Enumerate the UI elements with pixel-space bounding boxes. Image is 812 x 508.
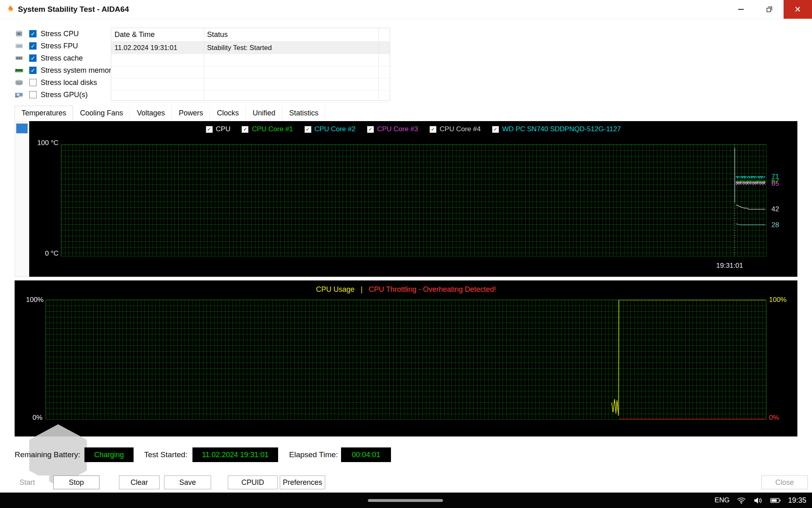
tab-unified[interactable]: Unified [246,106,282,121]
legend-item[interactable]: ✓CPU Core #4 [430,125,481,133]
speaker-icon[interactable] [753,497,763,504]
legend-label: CPU Core #4 [440,125,481,133]
elapsed-time-label: Elapsed Time: [289,450,338,459]
legend-label: CPU Core #2 [315,125,356,133]
stress-option-disks[interactable]: Stress local disks [15,76,115,89]
axis-value-label: 28 [771,221,779,229]
cpuid-button[interactable]: CPUID [228,475,278,489]
stress-option-label: Stress local disks [41,78,97,87]
legend-checkbox[interactable]: ✓ [304,126,311,133]
cpu-icon [15,30,25,38]
close-icon: ✕ [795,4,801,14]
temperature-chart-panel: ✓CPU✓CPU Core #1✓CPU Core #2✓CPU Core #3… [15,121,797,277]
x-axis-time-label: 19:31:01 [716,262,743,270]
preferences-button[interactable]: Preferences [280,475,325,489]
clear-button[interactable]: Clear [119,475,160,489]
table-row[interactable] [111,66,390,78]
table-row[interactable]: 11.02.2024 19:31:01 Stability Test: Star… [111,42,390,54]
column-header-status[interactable]: Status [204,30,378,39]
stress-cache-checkbox[interactable]: ✓ [29,54,37,62]
legend-checkbox[interactable]: ✓ [492,126,499,133]
cache-icon [15,54,25,62]
cpu-usage-title: CPU Usage | CPU Throttling - Overheating… [15,285,797,294]
tab-clocks[interactable]: Clocks [210,106,246,121]
stress-options: ✓ Stress CPU 123 ✓ Stress FPU ✓ Stress c… [15,28,115,101]
close-button[interactable]: Close [761,475,808,489]
title-separator: | [361,285,363,293]
usage-right-max-label: 100% [769,296,786,304]
series-line [736,176,765,178]
legend-item[interactable]: ✓CPU Core #2 [304,125,356,133]
legend-checkbox[interactable]: ✓ [367,126,374,133]
legend-item[interactable]: ✓CPU Core #3 [367,125,418,133]
legend-item[interactable]: ✓WD PC SN740 SDDPNQD-512G-1127 [492,125,621,133]
stress-memory-checkbox[interactable]: ✓ [29,67,37,74]
language-indicator[interactable]: ENG [715,496,730,504]
legend-label: CPU Core #1 [252,125,293,133]
y-axis-min-label: 0 °C [35,250,58,258]
temperature-chart: ✓CPU✓CPU Core #1✓CPU Core #2✓CPU Core #3… [29,121,797,277]
table-row[interactable] [111,78,390,91]
stress-option-label: Stress cache [41,54,83,63]
y-axis-max-label: 100 °C [35,139,58,147]
test-started-value: 11.02.2024 19:31:01 [192,447,278,462]
stress-option-memory[interactable]: ✓ Stress system memory [15,64,115,76]
stress-option-label: Stress FPU [41,42,78,50]
stress-option-gpu[interactable]: Stress GPU(s) [15,89,115,101]
table-header: Date & Time Status [111,28,390,42]
legend-checkbox[interactable]: ✓ [206,126,213,133]
battery-icon[interactable] [770,497,781,504]
legend-checkbox[interactable]: ✓ [242,126,248,133]
battery-status-value: Charging [84,447,134,462]
stress-disks-checkbox[interactable] [29,79,37,86]
gpu-icon [15,91,25,99]
column-header-datetime[interactable]: Date & Time [111,30,204,39]
scrollbar-thumb[interactable] [16,124,28,133]
throttling-warning-label: CPU Throttling - Overheating Detected! [369,285,496,293]
start-button[interactable]: Start [5,475,49,489]
log-datetime-cell: 11.02.2024 19:31:01 [111,44,204,52]
stress-option-cache[interactable]: ✓ Stress cache [15,52,115,64]
stress-option-fpu[interactable]: 123 ✓ Stress FPU [15,40,115,52]
tab-powers[interactable]: Powers [172,106,210,121]
legend-label: CPU [216,125,231,133]
save-button[interactable]: Save [164,475,211,489]
svg-text:123: 123 [17,44,22,48]
legend-item[interactable]: ✓CPU [206,125,231,133]
stress-option-cpu[interactable]: ✓ Stress CPU [15,28,115,40]
tab-statistics[interactable]: Statistics [282,106,325,121]
legend-item[interactable]: ✓CPU Core #1 [242,125,293,133]
stop-button[interactable]: Stop [53,475,99,489]
tab-temperatures[interactable]: Temperatures [15,106,73,121]
window-title: System Stability Test - AIDA64 [18,5,129,14]
legend-checkbox[interactable]: ✓ [430,126,436,133]
tab-cooling-fans[interactable]: Cooling Fans [73,106,130,121]
close-window-button[interactable]: ✕ [784,0,812,19]
chart-vertical-scrollbar[interactable] [15,121,29,277]
legend-label: CPU Core #3 [377,125,418,133]
series-line [736,205,765,209]
axis-value-label: 65 [771,180,779,188]
stress-fpu-checkbox[interactable]: ✓ [29,42,37,50]
battery-label: Remaining Battery: [15,450,80,459]
series-line [736,224,765,225]
column-divider [378,28,379,100]
status-log-table: Date & Time Status 11.02.2024 19:31:01 S… [111,28,390,101]
column-divider [204,28,204,100]
minimize-button[interactable] [727,0,755,19]
clock[interactable]: 19:35 [788,496,806,505]
log-status-cell: Stability Test: Started [204,44,378,52]
system-tray: ENG 19:35 [715,493,806,508]
maximize-button[interactable] [755,0,784,19]
titlebar: System Stability Test - AIDA64 ✕ [0,0,812,19]
stress-cpu-checkbox[interactable]: ✓ [29,30,37,37]
tab-voltages[interactable]: Voltages [130,106,172,121]
stress-gpu-checkbox[interactable] [29,91,37,98]
table-row[interactable] [111,54,390,66]
table-row[interactable] [111,91,390,103]
cpu-usage-plot [45,300,767,420]
stress-option-label: Stress GPU(s) [41,91,88,99]
taskbar-center-bar[interactable] [368,499,443,502]
wifi-icon[interactable] [737,497,746,504]
temperature-plot [61,144,767,256]
